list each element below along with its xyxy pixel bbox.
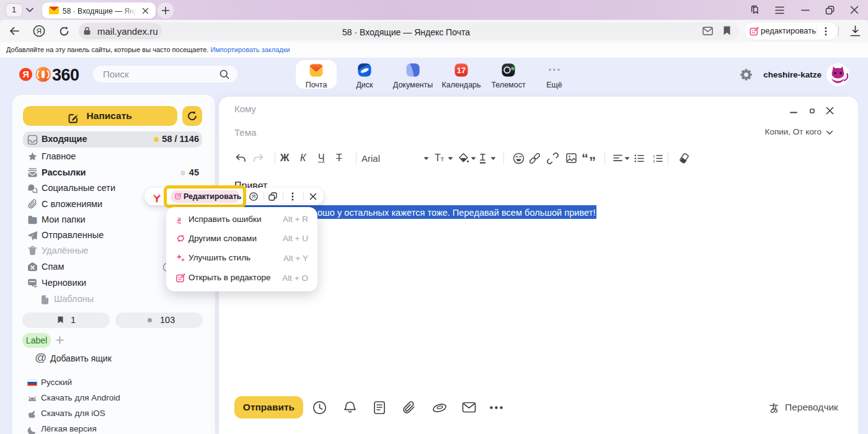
svg-text:1: 1 xyxy=(653,154,655,158)
svg-text:17: 17 xyxy=(457,66,466,75)
svg-text:Я: Я xyxy=(252,193,255,200)
svg-text:Я: Я xyxy=(22,69,29,79)
svg-text:Я: Я xyxy=(37,27,42,35)
svg-text:a: a xyxy=(177,215,181,223)
svg-text:360: 360 xyxy=(52,66,79,82)
svg-text:2: 2 xyxy=(653,159,655,162)
